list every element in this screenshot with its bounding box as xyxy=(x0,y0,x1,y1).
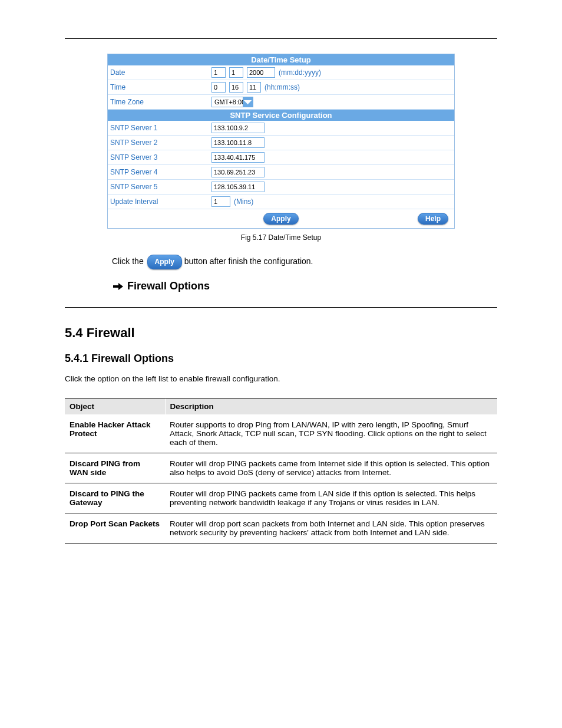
help-button[interactable]: Help xyxy=(418,213,448,225)
datetime-header: Date/Time Setup xyxy=(108,54,454,65)
sntp5-label: SNTP Server 5 xyxy=(110,183,211,191)
firewall-subtext: Click the option on the left list to ena… xyxy=(65,373,497,385)
apply-button[interactable]: Apply xyxy=(263,213,298,225)
firewall-options-bullet: Firewall Options xyxy=(112,280,497,292)
sntp-header: SNTP Service Configuration xyxy=(108,110,454,121)
date-hint: (mm:dd:yyyy) xyxy=(279,68,321,77)
tz-label: Time Zone xyxy=(110,98,211,106)
tz-value: GMT+8:00 xyxy=(212,98,243,106)
para1-suffix: button after finish the configuration. xyxy=(182,256,313,266)
arrow-right-icon xyxy=(112,281,124,292)
para1-prefix: Click the xyxy=(112,256,146,266)
time-hint: (hh:mm:ss) xyxy=(265,83,300,91)
firewall-options-text: Firewall Options xyxy=(127,280,210,292)
table-row: Enable Hacker Attack Protect Router supp… xyxy=(65,414,497,453)
button-bar: Apply Help xyxy=(108,209,454,228)
sntp4-input[interactable] xyxy=(211,167,265,177)
date-label: Date xyxy=(110,68,211,77)
date-year-input[interactable] xyxy=(247,67,275,78)
sntp2-label: SNTP Server 2 xyxy=(110,139,211,147)
update-interval-input[interactable] xyxy=(211,196,230,207)
cell-obj: Drop Port Scan Packets xyxy=(65,513,165,543)
th-desc: Description xyxy=(165,398,497,415)
time-row: Time (hh:mm:ss) xyxy=(108,80,454,95)
th-object: Object xyxy=(65,398,165,415)
cell-obj: Discard PING from WAN side xyxy=(65,453,165,483)
rule-top xyxy=(65,38,497,39)
update-interval-hint: (Mins) xyxy=(234,197,253,206)
chevron-down-icon[interactable] xyxy=(243,97,253,107)
time-label: Time xyxy=(110,83,211,91)
sntp3-label: SNTP Server 3 xyxy=(110,153,211,162)
tz-select[interactable]: GMT+8:00 xyxy=(211,97,253,107)
tz-row: Time Zone GMT+8:00 xyxy=(108,95,454,110)
cell-desc: Router will drop port scan packets from … xyxy=(165,513,497,543)
time-hour-input[interactable] xyxy=(211,82,226,93)
sntp5-input[interactable] xyxy=(211,182,265,192)
table-row: Discard PING from WAN side Router will d… xyxy=(65,453,497,483)
config-panel: Date/Time Setup Date (mm:dd:yyyy) Time (… xyxy=(107,54,455,229)
date-month-input[interactable] xyxy=(211,67,226,78)
apply-button-inline: Apply xyxy=(147,255,182,269)
cell-obj: Discard to PING the Gateway xyxy=(65,483,165,513)
apply-instruction: Click the Apply button after finish the … xyxy=(112,255,497,269)
cell-desc: Router will drop PING packets came from … xyxy=(165,453,497,483)
sntp1-input[interactable] xyxy=(211,123,265,133)
date-row: Date (mm:dd:yyyy) xyxy=(108,65,454,80)
time-sec-input[interactable] xyxy=(247,82,261,93)
sntp3-input[interactable] xyxy=(211,152,265,163)
cell-desc: Router will drop PING packets came from … xyxy=(165,483,497,513)
cell-obj: Enable Hacker Attack Protect xyxy=(65,414,165,453)
sntp4-label: SNTP Server 4 xyxy=(110,168,211,176)
table-row: Drop Port Scan Packets Router will drop … xyxy=(65,513,497,543)
sntp5-row: SNTP Server 5 xyxy=(108,180,454,195)
sntp4-row: SNTP Server 4 xyxy=(108,165,454,180)
update-interval-row: Update Interval (Mins) xyxy=(108,195,454,209)
firewall-options-heading: 5.4.1 Firewall Options xyxy=(65,353,497,365)
table-header-row: Object Description xyxy=(65,398,497,415)
rule-mid xyxy=(65,307,497,308)
sntp1-label: SNTP Server 1 xyxy=(110,124,211,132)
firewall-table: Object Description Enable Hacker Attack … xyxy=(65,398,497,543)
figure-caption: Fig 5.17 Date/Time Setup xyxy=(65,233,497,242)
date-day-input[interactable] xyxy=(229,67,243,78)
sntp2-input[interactable] xyxy=(211,137,265,148)
table-row: Discard to PING the Gateway Router will … xyxy=(65,483,497,513)
update-interval-label: Update Interval xyxy=(110,197,211,206)
cell-desc: Router supports to drop Ping from LAN/WA… xyxy=(165,414,497,453)
sntp1-row: SNTP Server 1 xyxy=(108,121,454,136)
sntp2-row: SNTP Server 2 xyxy=(108,136,454,150)
sntp3-row: SNTP Server 3 xyxy=(108,150,454,165)
time-min-input[interactable] xyxy=(229,82,243,93)
firewall-heading: 5.4 Firewall xyxy=(65,325,497,341)
